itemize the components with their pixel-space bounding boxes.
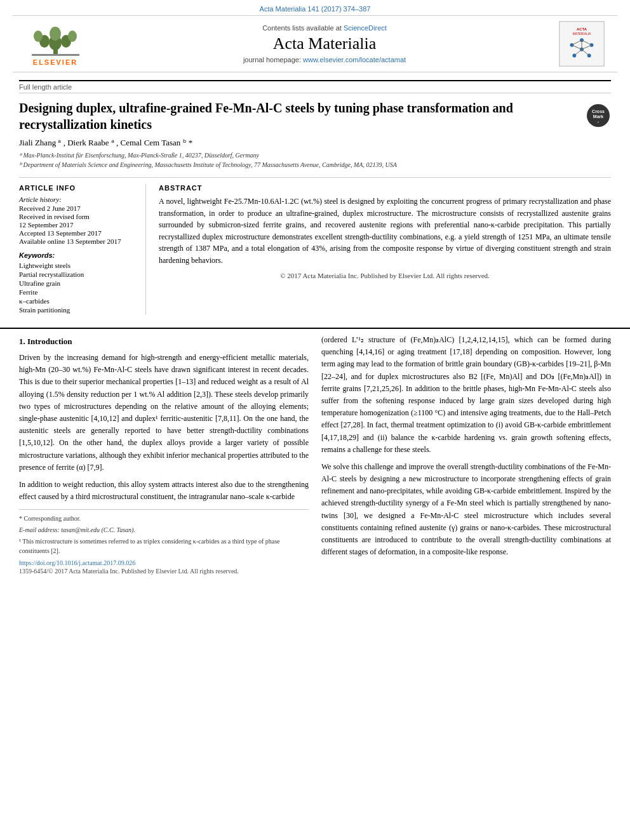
body-para-2: In addition to weight reduction, this al… [19,479,309,503]
accepted-date: Accepted 13 September 2017 [19,229,136,237]
elsevier-tree-icon [32,22,79,57]
article-title-row: Designing duplex, ultrafine-grained Fe-M… [19,100,611,133]
keyword-3: Ultrafine grain [19,279,136,287]
keyword-1: Lightweight steels [19,262,136,269]
body-para-4: We solve this challenge and improve the … [321,461,611,559]
keyword-4: Ferrite [19,288,136,296]
article-info: ARTICLE INFO Article history: Received 2… [19,184,146,315]
acta-logo-area: ACTA MATERIALIA [559,21,610,67]
received-date: Received 2 June 2017 [19,204,136,212]
footnote-3: ¹ This microstructure is sometimes refer… [19,537,309,556]
journal-reference: Acta Materialia 141 (2017) 374–387 [0,0,630,15]
affiliation-b: ᵇ Department of Materials Science and En… [19,160,611,170]
keyword-6: Strain partitioning [19,306,136,314]
affiliation-a: ᵃ Max-Planck-Institut für Eisenforschung… [19,150,611,160]
doi-line[interactable]: https://doi.org/10.1016/j.actamat.2017.0… [19,559,309,566]
issn-line: 1359-6454/© 2017 Acta Materialia Inc. Pu… [19,568,309,575]
abstract-text: A novel, lightweight Fe-25.7Mn-10.6Al-1.… [159,196,611,267]
footnote-1: * Corresponding author. [19,514,309,523]
elsevier-label: ELSEVIER [33,58,77,66]
authors: Jiali Zhang ᵃ , Dierk Raabe ᵃ , Cemal Ce… [19,138,611,148]
keyword-5: κ–carbides [19,297,136,305]
contents-line: Contents lists available at ScienceDirec… [90,24,559,32]
svg-rect-7 [32,54,79,56]
abstract-copyright: © 2017 Acta Materialia Inc. Published by… [159,272,611,279]
svg-point-4 [34,30,43,42]
svg-text:MATERIALIA: MATERIALIA [573,32,591,36]
article-title: Designing duplex, ultrafine-grained Fe-M… [19,100,586,133]
acta-logo-icon: ACTA MATERIALIA [560,21,604,67]
revised-date: 12 September 2017 [19,221,136,229]
svg-text:Cross: Cross [592,109,605,114]
abstract-section: ABSTRACT A novel, lightweight Fe-25.7Mn-… [159,184,611,315]
homepage-link[interactable]: www.elsevier.com/locate/actamat [303,56,406,63]
homepage-line: journal homepage: www.elsevier.com/locat… [90,56,559,63]
body-col-left: 1. Introduction Driven by the increasing… [19,334,309,575]
elsevier-logo-area: ELSEVIER [20,22,90,66]
elsevier-logo [32,22,79,57]
article-content: Full length article Designing duplex, ul… [0,72,630,321]
journal-center: Contents lists available at ScienceDirec… [90,24,559,63]
crossmark-badge: Cross Mark ✓ [586,103,611,128]
svg-text:Mark: Mark [593,114,603,119]
keyword-2: Partial recrystallization [19,270,136,278]
footnotes: * Corresponding author. E-mail address: … [19,509,309,556]
svg-text:ACTA: ACTA [577,27,587,31]
footnote-2: E-mail address: tasan@mit.edu (C.C. Tasa… [19,525,309,535]
article-history: Article history: Received 2 June 2017 Re… [19,196,136,245]
article-info-title: ARTICLE INFO [19,184,136,192]
article-two-col: ARTICLE INFO Article history: Received 2… [19,177,611,315]
section1-heading: 1. Introduction [19,337,309,347]
acta-logo: ACTA MATERIALIA [559,21,605,67]
svg-point-6 [50,27,61,41]
article-type: Full length article [19,80,611,93]
sciencedirect-link[interactable]: ScienceDirect [344,24,387,32]
svg-text:✓: ✓ [597,120,600,124]
abstract-title: ABSTRACT [159,184,611,192]
main-body: 1. Introduction Driven by the increasing… [0,328,630,580]
body-para-1: Driven by the increasing demand for high… [19,352,309,474]
received-revised-label: Received in revised form [19,213,136,220]
available-date: Available online 13 September 2017 [19,237,136,245]
keywords-section: Keywords: Lightweight steels Partial rec… [19,251,136,314]
keywords-title: Keywords: [19,251,136,259]
body-para-3: (ordered L’¹₂ structure of (Fe,Mn)₃AlC) … [321,334,611,456]
body-col-right: (ordered L’¹₂ structure of (Fe,Mn)₃AlC) … [321,334,611,575]
affiliations: ᵃ Max-Planck-Institut für Eisenforschung… [19,150,611,170]
journal-title: Acta Materialia [90,34,559,53]
history-label: Article history: [19,196,136,203]
svg-point-5 [68,30,77,42]
journal-header: ELSEVIER Contents lists available at Sci… [13,15,617,72]
crossmark-icon: Cross Mark ✓ [586,103,611,128]
